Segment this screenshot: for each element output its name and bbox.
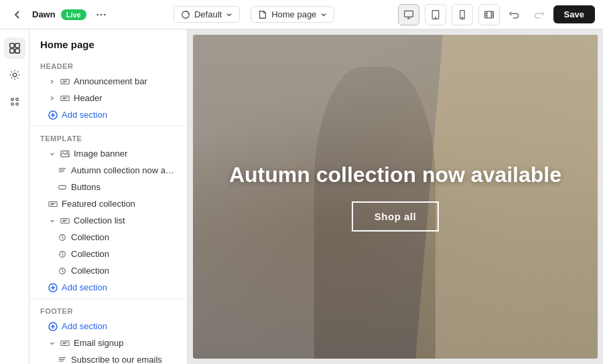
hero-content: Autumn collection now available Shop all — [229, 162, 561, 231]
sections-icon[interactable] — [4, 37, 25, 59]
canvas: Autumn collection now available Shop all — [188, 29, 603, 364]
svg-point-18 — [15, 103, 18, 106]
svg-rect-25 — [49, 201, 57, 206]
sidebar-icons — [0, 29, 29, 364]
topbar-left: Dawn Live — [8, 5, 111, 24]
image-icon — [60, 149, 70, 159]
theme-name: Dawn — [32, 9, 56, 19]
mobile-view-button[interactable] — [452, 4, 473, 25]
svg-rect-12 — [9, 49, 13, 53]
button-icon — [58, 183, 67, 192]
section-icon — [60, 216, 70, 225]
preview-frame: Autumn collection now available Shop all — [193, 35, 598, 359]
svg-rect-24 — [59, 185, 66, 189]
hero-section: Autumn collection now available Shop all — [193, 35, 598, 359]
svg-point-14 — [13, 73, 16, 76]
buttons-label: Buttons — [71, 182, 100, 192]
text-icon — [58, 166, 67, 175]
svg-point-6 — [435, 17, 436, 17]
sections-panel: Home page Header Announcement bar Header… — [29, 29, 188, 364]
svg-point-15 — [11, 98, 13, 101]
announcement-bar-label: Announcement bar — [74, 76, 147, 86]
theme-selector-label: Default — [194, 9, 222, 19]
desktop-view-button[interactable] — [398, 4, 419, 25]
section-icon — [60, 339, 70, 348]
topbar-center: Default Home page — [174, 6, 334, 23]
svg-point-1 — [100, 13, 102, 15]
add-section-footer-button[interactable]: Add section — [29, 318, 187, 335]
hero-title: Autumn collection now available — [229, 162, 561, 187]
sidebar-item-autumn-text[interactable]: Autumn collection now available — [29, 162, 187, 179]
svg-point-16 — [15, 98, 18, 101]
sidebar-item-announcement-bar[interactable]: Announcement bar — [29, 73, 187, 90]
svg-point-23 — [66, 152, 68, 153]
divider — [29, 126, 187, 126]
more-button[interactable] — [92, 5, 111, 24]
svg-point-17 — [11, 103, 13, 106]
chevron-right-icon — [48, 94, 56, 102]
section-icon — [60, 94, 70, 103]
back-button[interactable] — [8, 5, 27, 24]
header-item-label: Header — [74, 93, 103, 103]
save-button[interactable]: Save — [553, 5, 595, 23]
footer-section-label: Footer — [29, 302, 187, 318]
sidebar-item-email-signup[interactable]: Email signup — [29, 335, 187, 351]
svg-rect-32 — [61, 341, 69, 345]
svg-point-2 — [104, 13, 106, 15]
page-selector[interactable]: Home page — [251, 6, 334, 23]
collection-icon — [58, 266, 67, 276]
svg-point-8 — [462, 17, 462, 17]
svg-rect-9 — [484, 11, 493, 18]
topbar-right: Save — [398, 4, 595, 25]
chevron-down-icon — [48, 150, 56, 158]
collection-icon — [58, 250, 67, 259]
hero-shop-all-button[interactable]: Shop all — [352, 201, 439, 232]
divider-2 — [29, 298, 187, 299]
autumn-text-label: Autumn collection now available — [71, 165, 176, 175]
svg-rect-13 — [15, 49, 19, 53]
apps-icon[interactable] — [4, 91, 25, 112]
header-section-label: Header — [29, 57, 187, 73]
featured-collection-label: Featured collection — [62, 199, 135, 209]
sidebar-item-image-banner[interactable]: Image banner — [29, 145, 187, 162]
sidebar-item-header[interactable]: Header — [29, 90, 187, 106]
sidebar-item-collection-list[interactable]: Collection list — [29, 212, 187, 229]
topbar: Dawn Live Default Home page — [0, 0, 603, 29]
collection-2-label: Collection — [71, 249, 109, 259]
sidebar-item-collection-3[interactable]: Collection — [29, 262, 187, 279]
sidebar-item-subscribe-text[interactable]: Subscribe to our emails — [29, 351, 187, 364]
add-section-header-button[interactable]: Add section — [29, 106, 187, 123]
svg-rect-4 — [404, 11, 413, 17]
theme-selector[interactable]: Default — [174, 6, 240, 23]
add-section-template-button[interactable]: Add section — [29, 279, 187, 296]
email-signup-label: Email signup — [74, 338, 123, 348]
chevron-down-icon — [48, 339, 56, 347]
section-icon — [48, 199, 58, 209]
template-section-label: Template — [29, 129, 187, 145]
panel-title: Home page — [29, 29, 187, 57]
settings-icon[interactable] — [4, 64, 25, 86]
redo-button[interactable] — [529, 5, 548, 24]
chevron-down-icon — [48, 217, 56, 225]
collection-3-label: Collection — [71, 266, 109, 276]
sidebar-item-collection-2[interactable]: Collection — [29, 246, 187, 262]
live-badge: Live — [61, 9, 86, 20]
image-banner-label: Image banner — [74, 149, 127, 159]
add-section-header-label: Add section — [62, 110, 107, 120]
sidebar-item-collection-1[interactable]: Collection — [29, 229, 187, 246]
sidebar-item-buttons[interactable]: Buttons — [29, 179, 187, 195]
subscribe-text-label: Subscribe to our emails — [71, 355, 162, 364]
svg-rect-11 — [15, 43, 19, 48]
collection-list-label: Collection list — [74, 215, 125, 225]
svg-rect-26 — [61, 218, 69, 223]
zoom-button[interactable] — [478, 4, 500, 25]
svg-point-0 — [96, 13, 98, 15]
undo-button[interactable] — [505, 5, 524, 24]
section-icon — [60, 77, 70, 86]
main-layout: Home page Header Announcement bar Header… — [0, 29, 603, 364]
collection-1-label: Collection — [71, 232, 109, 242]
add-section-footer-label: Add section — [62, 321, 107, 331]
sidebar-item-featured-collection[interactable]: Featured collection — [29, 195, 187, 212]
tablet-view-button[interactable] — [425, 4, 446, 25]
chevron-right-icon — [48, 78, 56, 86]
